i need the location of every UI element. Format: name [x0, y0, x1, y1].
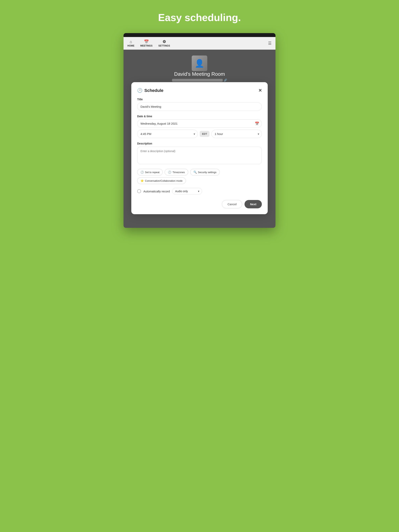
- avatar: 👤: [192, 56, 207, 71]
- avatar-person-icon: 👤: [195, 59, 204, 68]
- date-input[interactable]: [137, 119, 262, 128]
- auto-record-label: Automatically record: [143, 190, 170, 193]
- description-textarea[interactable]: [137, 147, 262, 164]
- hamburger-icon[interactable]: ☰: [268, 41, 272, 45]
- duration-select[interactable]: 1 hour 30 minutes 2 hours: [211, 130, 262, 138]
- meeting-room-link: 🔗: [172, 79, 227, 82]
- calendar-nav-icon: 📅: [144, 39, 149, 44]
- gear-icon: ⚙: [162, 39, 166, 44]
- timezones-label: Timezones: [172, 171, 185, 174]
- audio-select-wrapper: Audio only Video and audio ▾: [172, 188, 202, 195]
- star-icon: ⭐: [141, 179, 144, 182]
- nav-home[interactable]: ⌂ HOME: [127, 39, 135, 47]
- home-icon: ⌂: [130, 39, 132, 44]
- date-input-wrapper: 📅: [137, 119, 262, 128]
- nav-settings[interactable]: ⚙ SETTINGS: [158, 39, 170, 47]
- repeat-icon: 🕐: [141, 171, 144, 174]
- timezones-icon: 🕐: [168, 171, 171, 174]
- meeting-room-title: David's Meeting Room: [174, 71, 225, 77]
- app-bottom-background: [123, 220, 276, 228]
- time-select-wrapper: 4:45 PM 5:00 PM 5:15 PM ▾: [137, 130, 198, 138]
- app-window: ⌂ HOME 📅 MEETINGS ⚙ SETTINGS ☰ 👤 David's…: [123, 33, 276, 228]
- title-label: Title: [137, 98, 262, 101]
- modal-header: 🕐 Schedule ✕: [137, 88, 262, 93]
- collaboration-mode-pill[interactable]: ⭐ Conversation/Collaboration mode: [137, 177, 186, 184]
- record-row: Automatically record Audio only Video an…: [137, 188, 262, 195]
- security-settings-pill[interactable]: 🔍 Security settings: [190, 169, 220, 176]
- description-label: Description: [137, 142, 262, 145]
- audio-only-select[interactable]: Audio only Video and audio: [172, 188, 202, 195]
- schedule-modal: 🕐 Schedule ✕ Title Date & time 📅: [131, 82, 268, 214]
- nav-meetings-label: MEETINGS: [140, 44, 153, 47]
- nav-settings-label: SETTINGS: [158, 44, 170, 47]
- app-navbar: ⌂ HOME 📅 MEETINGS ⚙ SETTINGS ☰: [123, 37, 276, 50]
- timezones-pill[interactable]: 🕐 Timezones: [165, 169, 188, 176]
- time-select[interactable]: 4:45 PM 5:00 PM 5:15 PM: [137, 130, 198, 138]
- cancel-button[interactable]: Cancel: [222, 200, 242, 208]
- app-content-background: 👤 David's Meeting Room 🔗 View meeting ro…: [123, 50, 276, 220]
- collaboration-mode-label: Conversation/Collaboration mode: [145, 179, 183, 182]
- auto-record-radio[interactable]: [137, 189, 141, 193]
- title-group: Title: [137, 98, 262, 111]
- link-icon: 🔗: [224, 79, 227, 82]
- app-top-bar: [123, 33, 276, 37]
- link-blur: [172, 79, 223, 82]
- timezone-badge: EDT: [200, 131, 209, 137]
- time-row: 4:45 PM 5:00 PM 5:15 PM ▾ EDT 1 hour 30 …: [137, 130, 262, 138]
- page-headline: Easy scheduling.: [158, 12, 241, 23]
- calendar-icon-button[interactable]: 📅: [255, 121, 259, 126]
- set-to-repeat-pill[interactable]: 🕐 Set to repeat: [137, 169, 163, 176]
- security-icon: 🔍: [193, 171, 197, 174]
- description-group: Description: [137, 142, 262, 165]
- datetime-group: Date & time 📅 4:45 PM 5:00 PM 5:15 PM ▾: [137, 115, 262, 138]
- duration-select-wrapper: 1 hour 30 minutes 2 hours ▾: [211, 130, 262, 138]
- next-button[interactable]: Next: [245, 200, 262, 208]
- modal-title: 🕐 Schedule: [137, 88, 258, 93]
- options-row: 🕐 Set to repeat 🕐 Timezones 🔍 Security s…: [137, 169, 262, 184]
- nav-meetings[interactable]: 📅 MEETINGS: [140, 39, 153, 47]
- modal-close-button[interactable]: ✕: [258, 88, 262, 93]
- schedule-clock-icon: 🕐: [137, 88, 142, 93]
- set-to-repeat-label: Set to repeat: [145, 171, 159, 174]
- modal-footer: Cancel Next: [137, 200, 262, 208]
- title-input[interactable]: [137, 102, 262, 111]
- datetime-label: Date & time: [137, 115, 262, 118]
- security-settings-label: Security settings: [198, 171, 216, 174]
- nav-home-label: HOME: [127, 44, 135, 47]
